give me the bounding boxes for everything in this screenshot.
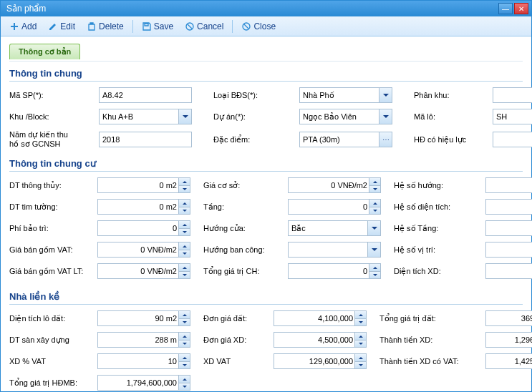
spin-up-icon[interactable] — [354, 354, 366, 362]
spin-up-icon[interactable] — [178, 264, 190, 272]
he-so-huong-input[interactable] — [485, 177, 532, 193]
xd-vat-input[interactable] — [274, 353, 367, 369]
spin-down-icon[interactable] — [369, 207, 380, 215]
he-so-vi-tri-label: Hệ số vị trí: — [394, 245, 473, 255]
spin-down-icon[interactable] — [178, 383, 190, 391]
loai-bds-select[interactable] — [299, 87, 392, 103]
spin-up-icon[interactable] — [354, 333, 366, 340]
spin-up-icon[interactable] — [178, 200, 190, 207]
thanh-tien-xd-vat-label: Thành tiền XD có VAT: — [379, 357, 473, 366]
hd-hieu-luc-select[interactable] — [493, 132, 532, 147]
dt-lo-dat-input[interactable] — [97, 310, 190, 326]
huong-cua-select[interactable] — [288, 220, 381, 236]
dac-diem-lookup[interactable]: ⋯ — [299, 132, 392, 147]
spin-up-icon[interactable] — [178, 333, 190, 340]
chevron-down-icon[interactable] — [367, 242, 380, 257]
gia-ban-vat-lt-input[interactable] — [97, 263, 190, 279]
delete-label: Delete — [99, 21, 124, 31]
spin-down-icon[interactable] — [369, 272, 380, 279]
spin-down-icon[interactable] — [178, 340, 190, 348]
gia-ban-vat-input[interactable] — [97, 242, 190, 258]
spin-down-icon[interactable] — [178, 207, 190, 215]
chevron-down-icon[interactable] — [379, 88, 392, 102]
add-label: Add — [21, 21, 37, 31]
tab-basic[interactable]: Thông cơ bản — [9, 44, 80, 59]
dt-thong-thuy-input[interactable] — [97, 177, 190, 193]
don-gia-xd-input[interactable] — [274, 332, 367, 348]
spin-down-icon[interactable] — [178, 250, 190, 258]
spin-down-icon[interactable] — [178, 186, 190, 193]
window: Sản phẩm — ✕ Add Edit Delete Save Cancel — [0, 0, 532, 392]
dien-tich-xd-input[interactable] — [485, 263, 532, 279]
close-button[interactable]: Close — [237, 20, 280, 33]
ma-sp-label: Mã SP(*): — [9, 91, 77, 99]
he-so-dien-tich-input[interactable] — [485, 199, 532, 215]
thanh-tien-xd-vat-input[interactable] — [485, 353, 532, 369]
spin-up-icon[interactable] — [178, 178, 190, 186]
khu-block-select[interactable] — [99, 109, 192, 124]
lookup-icon[interactable]: ⋯ — [379, 132, 392, 147]
dac-diem-label: Đặc điểm: — [213, 135, 278, 144]
spin-down-icon[interactable] — [369, 186, 380, 193]
spin-down-icon[interactable] — [354, 340, 366, 348]
phi-bao-tri-input[interactable] — [97, 220, 190, 236]
nam-du-kien-input[interactable] — [99, 132, 192, 147]
spin-up-icon[interactable] — [369, 200, 380, 207]
gia-co-so-label: Giá cơ sở: — [203, 181, 275, 190]
spin-up-icon[interactable] — [369, 178, 380, 186]
xd-vat-pct-label: XD % VAT — [9, 357, 84, 366]
chevron-down-icon[interactable] — [367, 221, 380, 235]
delete-button[interactable]: Delete — [82, 20, 128, 33]
thanh-tien-xd-input[interactable] — [485, 332, 532, 348]
he-so-tang-input[interactable] — [485, 220, 532, 236]
spin-down-icon[interactable] — [178, 362, 190, 369]
phan-khu-select[interactable] — [493, 87, 532, 103]
xd-vat-pct-input[interactable] — [97, 353, 190, 369]
ma-lo-input[interactable] — [493, 109, 532, 124]
edit-button[interactable]: Edit — [44, 20, 79, 33]
add-button[interactable]: Add — [5, 20, 41, 33]
spin-down-icon[interactable] — [354, 319, 366, 326]
dt-tim-tuong-input[interactable] — [97, 199, 190, 215]
spin-down-icon[interactable] — [354, 362, 366, 369]
spin-up-icon[interactable] — [178, 354, 190, 362]
tang-input[interactable] — [288, 199, 381, 215]
adjoining-grid: Diện tích lô đất: Đơn giá đất: Tổng giá … — [9, 310, 523, 391]
don-gia-dat-label: Đơn giá đất: — [203, 314, 261, 323]
tong-gt-hdmb-input[interactable] — [97, 375, 190, 391]
cancel-label: Cancel — [197, 21, 223, 31]
close-window-button[interactable]: ✕ — [514, 3, 528, 14]
toolbar-separator — [132, 20, 133, 33]
phan-khu-label: Phân khu: — [414, 91, 471, 99]
minimize-button[interactable]: — — [498, 3, 513, 14]
huong-ban-cong-select[interactable] — [288, 242, 381, 258]
spin-up-icon[interactable] — [178, 376, 190, 383]
spin-up-icon[interactable] — [354, 311, 366, 319]
pencil-icon — [48, 21, 58, 31]
save-label: Save — [154, 21, 173, 31]
spin-up-icon[interactable] — [178, 242, 190, 250]
edit-label: Edit — [60, 21, 75, 31]
du-an-select[interactable] — [299, 109, 392, 124]
spin-down-icon[interactable] — [178, 319, 190, 326]
spin-up-icon[interactable] — [178, 311, 190, 319]
tong-gt-dat-input[interactable] — [485, 310, 532, 326]
spin-up-icon[interactable] — [369, 264, 380, 272]
cancel-button[interactable]: Cancel — [180, 20, 228, 33]
save-button[interactable]: Save — [137, 20, 178, 33]
window-buttons: — ✕ — [498, 3, 528, 14]
du-an-label: Dự án(*): — [213, 112, 278, 122]
don-gia-dat-input[interactable] — [274, 310, 367, 326]
don-gia-xd-label: Đơn giá XD: — [203, 335, 261, 345]
huong-ban-cong-label: Hướng ban công: — [203, 245, 275, 255]
gia-co-so-input[interactable] — [288, 177, 381, 193]
ma-sp-input[interactable] — [99, 87, 192, 103]
spin-up-icon[interactable] — [178, 221, 190, 229]
spin-down-icon[interactable] — [178, 229, 190, 236]
spin-down-icon[interactable] — [178, 272, 190, 279]
tong-gia-tri-ch-input[interactable] — [288, 263, 381, 279]
he-so-vi-tri-input[interactable] — [485, 242, 532, 258]
dt-san-xd-input[interactable] — [97, 332, 190, 348]
chevron-down-icon[interactable] — [178, 109, 191, 124]
chevron-down-icon[interactable] — [379, 109, 392, 124]
